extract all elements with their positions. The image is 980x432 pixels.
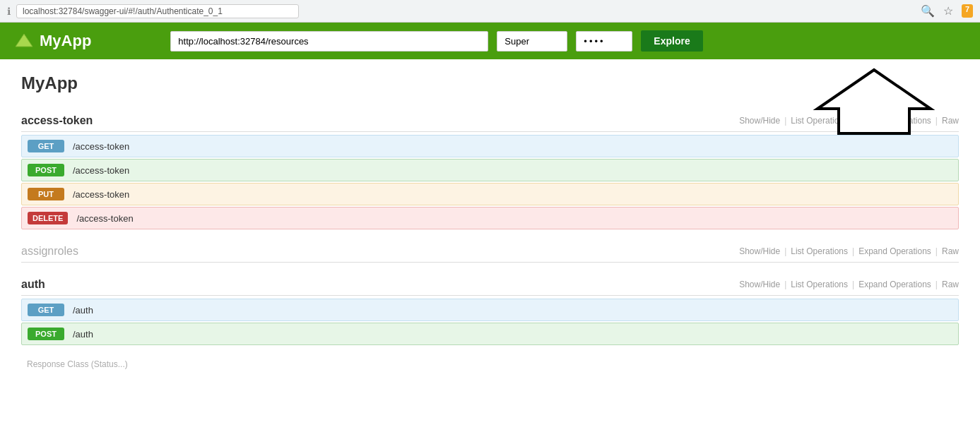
browser-bar: ℹ localhost:32784/swagger-ui/#!/auth/Aut… (0, 0, 980, 23)
section-action-auth-raw[interactable]: Raw (942, 280, 959, 289)
url-text: localhost:32784/swagger-ui/#!/auth/Authe… (23, 6, 223, 16)
method-badge-put: PUT (28, 188, 64, 200)
method-row-post[interactable]: POST/access-token (21, 159, 959, 181)
extension-badge: 7 (962, 4, 973, 18)
section-title-assignroles: assignroles (21, 245, 78, 258)
auth-username-input[interactable] (497, 31, 567, 52)
action-separator: | (852, 246, 854, 256)
method-row-put[interactable]: PUT/access-token (21, 183, 959, 205)
star-icon: ☆ (943, 4, 953, 18)
section-action-auth-list-operations[interactable]: List Operations (791, 280, 848, 289)
section-actions-assignroles: Show/Hide|List Operations|Expand Operati… (739, 246, 959, 256)
method-path: /access-token (73, 141, 129, 152)
action-separator: | (935, 246, 938, 256)
section-action-access-token-raw[interactable]: Raw (942, 116, 959, 126)
method-badge-post: POST (28, 164, 64, 176)
api-section-assignroles: assignrolesShow/Hide|List Operations|Exp… (21, 241, 959, 263)
section-action-auth-expand-operations[interactable]: Expand Operations (858, 280, 931, 289)
section-action-auth-show/hide[interactable]: Show/Hide (739, 280, 780, 289)
auth-password-input[interactable] (576, 31, 632, 52)
section-actions-auth: Show/Hide|List Operations|Expand Operati… (739, 280, 959, 289)
svg-marker-0 (16, 34, 33, 47)
api-url-input[interactable] (170, 31, 488, 52)
response-note: Response Class (Status...) (21, 356, 959, 372)
section-title-access-token: access-token (21, 114, 93, 127)
browser-url-bar[interactable]: localhost:32784/swagger-ui/#!/auth/Authe… (16, 4, 299, 18)
svg-marker-1 (817, 70, 931, 133)
zoom-icon: 🔍 (921, 4, 935, 18)
section-action-assignroles-show/hide[interactable]: Show/Hide (739, 246, 780, 256)
explore-button[interactable]: Explore (641, 30, 702, 52)
method-row-delete[interactable]: DELETE/access-token (21, 207, 959, 229)
swagger-logo: MyApp (14, 31, 91, 51)
method-path: /auth (73, 329, 93, 340)
method-path: /access-token (73, 189, 129, 200)
info-icon: ℹ (7, 6, 11, 17)
method-row-get[interactable]: GET/auth (21, 299, 959, 321)
section-action-assignroles-raw[interactable]: Raw (942, 246, 959, 256)
browser-icons: 🔍 ☆ 7 (921, 4, 973, 18)
section-action-assignroles-expand-operations[interactable]: Expand Operations (858, 246, 931, 256)
api-section-auth: authShow/Hide|List Operations|Expand Ope… (21, 274, 959, 345)
swagger-arrow-icon (14, 31, 34, 51)
method-badge-get: GET (28, 304, 64, 316)
method-badge-post: POST (28, 328, 64, 340)
section-action-assignroles-list-operations[interactable]: List Operations (791, 246, 848, 256)
section-header-assignroles: assignrolesShow/Hide|List Operations|Exp… (21, 241, 959, 263)
section-title-auth: auth (21, 278, 45, 291)
method-row-post[interactable]: POST/auth (21, 323, 959, 345)
method-path: /access-token (73, 165, 129, 176)
action-separator: | (852, 280, 854, 289)
method-badge-get: GET (28, 140, 64, 152)
main-content: MyApp access-tokenShow/Hide|List Operati… (0, 59, 980, 386)
app-name-label: MyApp (40, 32, 91, 50)
method-badge-delete: DELETE (28, 212, 68, 224)
api-sections-container: access-tokenShow/Hide|List Operations|Ex… (21, 110, 959, 345)
action-separator: | (784, 246, 786, 256)
action-separator: | (784, 280, 786, 289)
method-path: /auth (73, 305, 93, 316)
section-action-access-token-show/hide[interactable]: Show/Hide (739, 116, 780, 126)
action-separator: | (784, 116, 786, 126)
action-separator: | (935, 280, 938, 289)
method-row-get[interactable]: GET/access-token (21, 135, 959, 157)
arrow-annotation (810, 66, 938, 137)
swagger-navbar: MyApp Explore (0, 23, 980, 59)
section-header-auth: authShow/Hide|List Operations|Expand Ope… (21, 274, 959, 296)
method-path: /access-token (76, 213, 133, 224)
